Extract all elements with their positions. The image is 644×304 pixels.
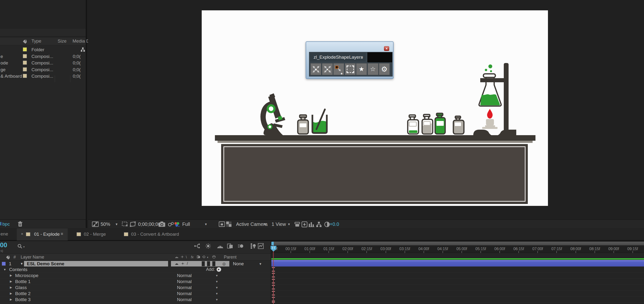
group-name[interactable]: Bottle 3 (15, 297, 30, 302)
group-row-bottle-3[interactable]: ▶Bottle 3Normal▼ (0, 296, 271, 302)
twirl-open-icon[interactable]: ▼ (3, 268, 6, 271)
work-area-bar[interactable] (271, 242, 644, 245)
column-type[interactable]: Type (32, 39, 41, 44)
switch-box[interactable] (202, 261, 205, 266)
blend-mode-dropdown-icon[interactable]: ▼ (216, 286, 218, 289)
tab-name-fragment[interactable]: ene (0, 231, 8, 237)
group-row-bottle-2[interactable]: ▶Bottle 2Normal▼ (0, 290, 271, 296)
blend-mode-select[interactable]: Normal (177, 303, 192, 304)
layer-switches[interactable]: / ◎ (171, 261, 229, 266)
view-layout-select[interactable]: 1 View (272, 222, 286, 227)
blend-mode-dropdown-icon[interactable]: ▼ (216, 274, 218, 277)
add-button[interactable]: ▶ (216, 267, 221, 272)
blend-mode-dropdown-icon[interactable]: ▼ (216, 292, 218, 295)
zoom-level[interactable]: 50% (100, 222, 110, 227)
contents-label[interactable]: Contents (9, 267, 27, 272)
timeline-button-icon[interactable] (308, 221, 315, 228)
settings-button[interactable]: ⚙ (379, 63, 390, 75)
menu-icon[interactable]: ≡ (61, 232, 63, 236)
group-name[interactable]: Bottle 2 (15, 291, 30, 296)
star-outline-button[interactable]: ☆ (368, 63, 378, 75)
trash-icon[interactable] (18, 221, 22, 227)
label-swatch[interactable] (23, 67, 27, 71)
dialog-tab[interactable]: zl_ExplodeShapeLayers ≡ (310, 53, 366, 62)
twirl-closed-icon[interactable]: ▶ (10, 274, 12, 277)
snapshot-camera-icon[interactable] (158, 221, 166, 227)
blend-mode-select[interactable]: Normal (177, 285, 192, 290)
project-columns-header[interactable]: Type Size Media Du (0, 38, 86, 45)
project-row[interactable]: odeComposi...0;0( (0, 60, 86, 66)
transparency-grid-icon[interactable] (226, 221, 232, 227)
column-size[interactable]: Size (58, 39, 66, 44)
show-snapshot-icon[interactable] (167, 221, 174, 228)
fast-previews-icon[interactable] (301, 221, 308, 228)
time-ruler[interactable]: 0f00:15f01:00f01:15f02:00f02:15f03:00f03… (271, 245, 644, 253)
parent-dropdown-icon[interactable]: ▼ (259, 262, 262, 266)
close-icon[interactable]: × (21, 232, 23, 236)
tab-label[interactable]: 01 - Explode (34, 232, 60, 237)
blend-mode-dropdown-icon[interactable]: ▼ (216, 298, 218, 301)
timecode-display[interactable]: 0;00;00;00 (138, 222, 161, 227)
project-row[interactable]: geComposi...0;0( (0, 66, 86, 73)
pickwhip-icon[interactable]: ◎ (222, 261, 226, 266)
group-row-microscope[interactable]: ▶MicroscopeNormal▼ (0, 272, 271, 278)
playhead-line[interactable] (273, 245, 274, 304)
pixel-aspect-icon[interactable] (294, 221, 300, 228)
project-row[interactable]: & ArtboardComposi...0;0( (0, 73, 86, 79)
composition-canvas[interactable] (202, 10, 548, 206)
label-swatch[interactable] (23, 61, 27, 65)
layer-duration-bar[interactable] (271, 260, 644, 266)
roi-icon[interactable] (122, 221, 128, 227)
view-dropdown-icon[interactable]: ▼ (288, 222, 290, 226)
explode-selected-button[interactable]: ★ (322, 63, 333, 75)
twirl-closed-icon[interactable]: ▶ (10, 286, 12, 289)
flowchart-button-icon[interactable] (316, 221, 322, 228)
twirl-closed-icon[interactable]: ▶ (10, 292, 12, 295)
parent-select[interactable]: None (233, 261, 244, 266)
exposure-icon[interactable] (324, 221, 330, 228)
ai-to-shape-button[interactable]: ★ (333, 63, 344, 75)
twirl-open-icon[interactable]: ▼ (20, 262, 23, 265)
label-swatch[interactable] (23, 54, 27, 58)
tab-convert-artboard[interactable]: 03 - Convert & Artboard (131, 232, 179, 237)
group-row-partial[interactable]: ▶Normal▼ (0, 302, 271, 304)
magnification-icon[interactable] (92, 221, 99, 227)
blend-mode-select[interactable]: Normal (177, 297, 192, 302)
layer-row-esl-demo-scene[interactable]: 1 ▼ ESL Demo Scene / ◎ None (0, 261, 271, 267)
tab-merge[interactable]: 02 - Merge (84, 232, 106, 237)
shy-toggle-icon[interactable] (175, 262, 179, 265)
exposure-value[interactable]: +0.0 (330, 222, 339, 227)
explode-button[interactable]: ★ (310, 63, 321, 75)
menu-icon[interactable]: ≡ (361, 53, 363, 62)
target-region-icon[interactable] (219, 221, 225, 227)
label-swatch[interactable] (23, 74, 27, 78)
group-name[interactable]: Glass (15, 285, 27, 290)
bit-depth-button[interactable]: bpc (2, 222, 10, 227)
camera-dropdown-icon[interactable]: ▼ (264, 222, 266, 226)
close-icon[interactable]: × (384, 46, 389, 51)
group-name[interactable]: Microscope (15, 273, 38, 278)
group-row-glass[interactable]: ▶GlassNormal▼ (0, 284, 271, 290)
blend-mode-select[interactable]: Normal (177, 273, 192, 278)
label-swatch[interactable] (23, 47, 27, 52)
blend-mode-dropdown-icon[interactable]: ▼ (216, 280, 218, 283)
blend-mode-select[interactable]: Normal (177, 291, 192, 296)
group-name[interactable]: Bottle 1 (15, 279, 30, 284)
timeline-track-area[interactable]: 0f00:15f01:00f01:15f02:00f02:15f03:00f03… (271, 241, 644, 304)
camera-view-select[interactable]: Active Camera (236, 222, 268, 227)
tab-explode[interactable]: × 01 - Explode ≡ (17, 228, 68, 240)
flowchart-icon[interactable] (80, 47, 85, 52)
switch-box[interactable] (207, 261, 210, 266)
bounding-box-button[interactable] (345, 63, 356, 75)
layer-name-cell[interactable]: ESL Demo Scene (24, 261, 168, 266)
twirl-closed-icon[interactable]: ▶ (10, 298, 12, 301)
twirl-closed-icon[interactable]: ▶ (10, 280, 12, 283)
contents-group-row[interactable]: ▼ Contents Add: ▶ (0, 267, 271, 272)
star-filled-button[interactable]: ★ (356, 63, 367, 75)
project-row[interactable]: Folder (0, 46, 86, 53)
switch-box[interactable] (212, 261, 216, 266)
work-area-start-handle[interactable] (271, 242, 274, 245)
show-channel-icon[interactable] (174, 221, 180, 228)
collapse-toggle-icon[interactable] (181, 262, 184, 265)
explode-shape-layers-dialog[interactable]: × zl_ExplodeShapeLayers ≡ ★★★★☆⚙ (306, 41, 394, 79)
